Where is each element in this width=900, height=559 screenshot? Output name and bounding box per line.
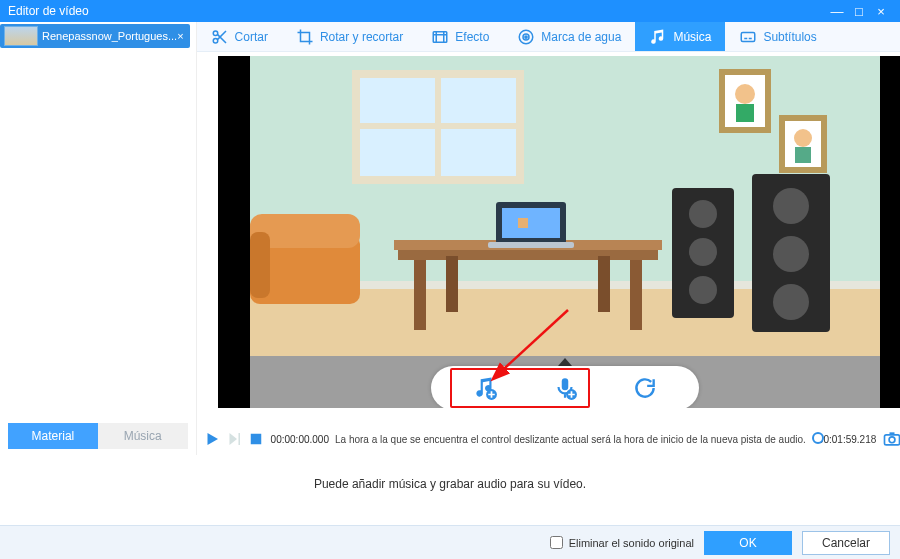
- svg-rect-33: [518, 218, 528, 228]
- svg-rect-6: [742, 32, 756, 41]
- tool-rotate-label: Rotar y recortar: [320, 30, 403, 44]
- tool-cut-label: Cortar: [235, 30, 268, 44]
- main-row: Renepassnow_Portugues... × Material Músi…: [0, 22, 900, 455]
- tool-effect[interactable]: Efecto: [417, 22, 503, 51]
- svg-rect-47: [250, 434, 261, 445]
- svg-point-37: [689, 200, 717, 228]
- crop-icon: [296, 28, 314, 46]
- file-name: Renepassnow_Portugues...: [42, 30, 177, 42]
- play-controls: [203, 430, 265, 448]
- svg-rect-34: [488, 242, 574, 248]
- tool-rotate[interactable]: Rotar y recortar: [282, 22, 417, 51]
- subtitle-icon: [739, 28, 757, 46]
- effect-icon: [431, 28, 449, 46]
- svg-rect-7: [218, 56, 250, 408]
- remove-original-label: Eliminar el sonido original: [569, 537, 694, 549]
- cancel-button[interactable]: Cancelar: [802, 531, 890, 555]
- tool-watermark-label: Marca de agua: [541, 30, 621, 44]
- tool-effect-label: Efecto: [455, 30, 489, 44]
- remove-original-checkbox[interactable]: Eliminar el sonido original: [550, 536, 694, 549]
- right-area: Cortar Rotar y recortar Efecto Marca de …: [197, 22, 900, 455]
- tool-watermark[interactable]: Marca de agua: [503, 22, 635, 51]
- preview-wrap: [197, 52, 900, 423]
- sidebar-tabs: Material Música: [8, 423, 188, 449]
- svg-point-17: [735, 84, 755, 104]
- sidebar-body: [0, 49, 196, 423]
- tool-cut[interactable]: Cortar: [197, 22, 282, 51]
- title-bar: Editor de vídeo — □ ×: [0, 0, 900, 22]
- tab-music[interactable]: Música: [98, 423, 188, 449]
- play-button[interactable]: [203, 430, 221, 448]
- maximize-button[interactable]: □: [848, 4, 870, 19]
- svg-point-38: [689, 238, 717, 266]
- watermark-icon: [517, 28, 535, 46]
- file-thumb: [4, 26, 38, 46]
- preview-frame-image: [218, 56, 900, 408]
- svg-rect-24: [250, 232, 270, 298]
- svg-rect-8: [880, 56, 900, 408]
- svg-point-40: [773, 188, 809, 224]
- file-tab-row: Renepassnow_Portugues... ×: [0, 22, 196, 49]
- file-tab-close[interactable]: ×: [177, 30, 183, 42]
- music-icon: [649, 28, 667, 46]
- refresh-button[interactable]: [630, 373, 660, 403]
- toolbar: Cortar Rotar y recortar Efecto Marca de …: [197, 22, 900, 52]
- annotation-box: [450, 368, 590, 408]
- time-start: 00:00:00.000: [271, 434, 329, 445]
- file-tab[interactable]: Renepassnow_Portugues... ×: [0, 24, 190, 48]
- tool-subtitle-label: Subtítulos: [763, 30, 816, 44]
- window-title: Editor de vídeo: [8, 4, 826, 18]
- stop-button[interactable]: [247, 430, 265, 448]
- svg-point-42: [773, 284, 809, 320]
- footer: Eliminar el sonido original OK Cancelar: [0, 525, 900, 559]
- svg-rect-29: [446, 256, 458, 312]
- time-end: 00:01:59.218: [818, 434, 876, 445]
- svg-point-39: [689, 276, 717, 304]
- tab-material[interactable]: Material: [8, 423, 98, 449]
- ok-button[interactable]: OK: [704, 531, 792, 555]
- svg-rect-27: [414, 260, 426, 330]
- sidebar: Renepassnow_Portugues... × Material Músi…: [0, 22, 197, 455]
- svg-rect-30: [598, 256, 610, 312]
- tool-music-label: Música: [673, 30, 711, 44]
- scissors-icon: [211, 28, 229, 46]
- svg-rect-28: [630, 260, 642, 330]
- right-controls: [882, 429, 900, 449]
- hint-text: Puede añadir música y grabar audio para …: [0, 455, 900, 505]
- svg-rect-50: [890, 432, 895, 435]
- snapshot-button[interactable]: [882, 429, 900, 449]
- remove-original-input[interactable]: [550, 536, 563, 549]
- svg-rect-32: [502, 208, 560, 238]
- timeline: 00:00:00.000 La hora a la que se encuent…: [197, 423, 900, 455]
- svg-rect-18: [736, 104, 754, 122]
- video-preview[interactable]: [218, 56, 900, 408]
- tool-subtitle[interactable]: Subtítulos: [725, 22, 830, 51]
- minimize-button[interactable]: —: [826, 4, 848, 19]
- svg-rect-21: [795, 147, 811, 163]
- svg-point-20: [794, 129, 812, 147]
- step-button[interactable]: [225, 430, 243, 448]
- svg-rect-2: [434, 31, 448, 42]
- svg-point-5: [525, 35, 527, 37]
- close-window-button[interactable]: ×: [870, 4, 892, 19]
- slider-hint: La hora a la que se encuentra el control…: [335, 434, 806, 445]
- timeline-knob[interactable]: [812, 432, 824, 444]
- tool-music[interactable]: Música: [635, 22, 725, 51]
- popup-caret-icon: [558, 358, 572, 366]
- svg-point-41: [773, 236, 809, 272]
- svg-point-49: [889, 437, 895, 443]
